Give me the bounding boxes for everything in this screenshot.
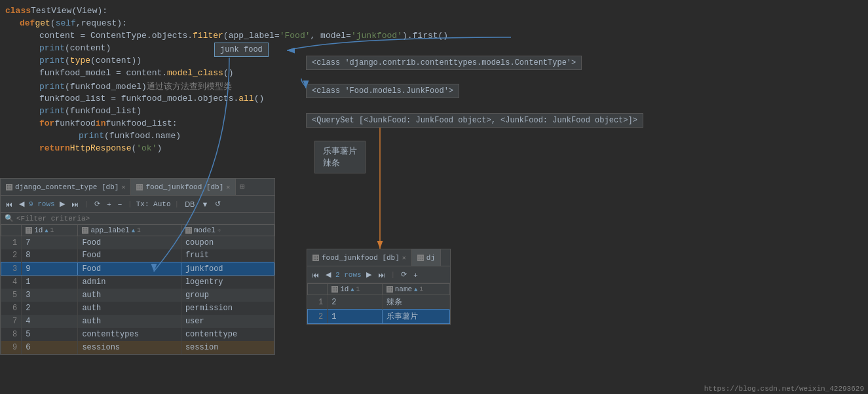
tab-food-junkfood[interactable]: food_junkfood [db] ✕ bbox=[131, 179, 236, 195]
jf-col-icon-name bbox=[387, 286, 393, 293]
row-num: 8 bbox=[1, 328, 22, 341]
row-num: 6 bbox=[1, 302, 22, 315]
row-num: 2 bbox=[308, 310, 328, 324]
jf-th-name[interactable]: name 1 bbox=[382, 284, 449, 295]
cell-app-label: auth bbox=[78, 289, 181, 302]
code-line-1: class TestView ( View ): bbox=[0, 5, 868, 18]
tooltip-contenttype: <class 'django.contrib.contenttypes.mode… bbox=[306, 56, 582, 70]
db-panel-content-type: django_content_type [db] ✕ food_junkfood… bbox=[0, 178, 275, 355]
col-icon-id bbox=[26, 227, 32, 234]
cell-app-label: auth bbox=[78, 315, 181, 328]
more-tabs-icon[interactable]: ⊞ bbox=[240, 182, 244, 192]
tooltip-junkfood: junk food bbox=[214, 43, 269, 57]
code-line-11: print (funkfood.name) bbox=[0, 130, 868, 143]
p2-add-btn[interactable]: + bbox=[411, 270, 419, 279]
cell-id: 9 bbox=[22, 262, 78, 276]
delete-btn[interactable]: − bbox=[116, 200, 124, 209]
col-icon-app bbox=[82, 227, 88, 234]
p2-first-btn[interactable]: ⏮ bbox=[310, 270, 321, 279]
cell-app-label: auth bbox=[78, 302, 181, 315]
jf-th-id[interactable]: id 1 bbox=[328, 284, 383, 295]
th-id[interactable]: id 1 bbox=[22, 225, 78, 236]
table-row[interactable]: 2 1 乐事薯片 bbox=[308, 310, 450, 324]
output-box: 乐事薯片 辣条 bbox=[314, 141, 366, 173]
code-line-12: return HttpResponse ( 'ok' ) bbox=[0, 143, 868, 155]
table-header-row: id 1 app_label 1 mod bbox=[1, 225, 274, 236]
add-btn[interactable]: + bbox=[105, 200, 113, 209]
table-icon bbox=[6, 184, 12, 190]
first-btn[interactable]: ⏮ bbox=[3, 200, 14, 209]
cell-jf-id: 2 bbox=[328, 295, 383, 310]
table-icon-3 bbox=[312, 255, 319, 261]
cell-id: 8 bbox=[22, 249, 78, 262]
row-num: 3 bbox=[1, 262, 22, 276]
tooltip-queryset: <QuerySet [<JunkFood: JunkFood object>, … bbox=[306, 113, 643, 128]
db2-toolbar: ⏮ ◀ 2 rows ▶ ⏭ | ⟳ + bbox=[307, 266, 450, 283]
table-row[interactable]: 1 7 Food coupon bbox=[1, 236, 274, 249]
db-panel2-tabs[interactable]: food_junkfood [db] ✕ dj bbox=[307, 249, 450, 266]
cell-id: 5 bbox=[22, 328, 78, 341]
th-model[interactable]: model bbox=[181, 225, 274, 236]
cell-model: junkfood bbox=[181, 262, 274, 276]
table-row[interactable]: 1 2 辣条 bbox=[308, 295, 450, 310]
cell-model: contenttype bbox=[181, 328, 274, 341]
row-num: 5 bbox=[1, 289, 22, 302]
code-line-4: print (content) bbox=[0, 43, 868, 55]
cell-id: 4 bbox=[22, 315, 78, 328]
junkfood-table: id 1 name 1 1 2 辣条 bbox=[307, 283, 450, 324]
cell-app-label: Food bbox=[78, 249, 181, 262]
cell-id: 3 bbox=[22, 289, 78, 302]
p2-refresh-btn[interactable]: ⟳ bbox=[399, 270, 409, 279]
th-app-label[interactable]: app_label 1 bbox=[78, 225, 181, 236]
db-panel-junkfood: food_junkfood [db] ✕ dj ⏮ ◀ 2 rows ▶ ⏭ |… bbox=[307, 249, 451, 325]
cell-id: 2 bbox=[22, 302, 78, 315]
db-panel-tabs[interactable]: django_content_type [db] ✕ food_junkfood… bbox=[1, 179, 274, 196]
rollback-btn[interactable]: ↺ bbox=[213, 199, 223, 209]
table-row[interactable]: 7 4 auth user bbox=[1, 315, 274, 328]
cell-id: 1 bbox=[22, 276, 78, 289]
row-num: 9 bbox=[1, 341, 22, 354]
row-num: 1 bbox=[1, 236, 22, 249]
last-btn[interactable]: ⏭ bbox=[69, 200, 81, 209]
tab2-close-icon-2[interactable]: ✕ bbox=[402, 254, 406, 262]
commit-btn[interactable]: DB bbox=[183, 200, 197, 209]
row-num: 1 bbox=[308, 295, 328, 310]
cell-app-label: sessions bbox=[78, 341, 181, 354]
filter-row: 🔍 <Filter criteria> bbox=[1, 213, 274, 224]
table-row[interactable]: 4 1 admin logentry bbox=[1, 276, 274, 289]
p2-last-btn[interactable]: ⏭ bbox=[376, 270, 387, 279]
table-row[interactable]: 3 9 Food junkfood bbox=[1, 262, 274, 276]
cell-model: coupon bbox=[181, 236, 274, 249]
search-icon: 🔍 bbox=[5, 214, 14, 223]
cell-model: logentry bbox=[181, 276, 274, 289]
tab2-food-junkfood[interactable]: food_junkfood [db] ✕ bbox=[307, 249, 412, 266]
jf-th-rownum bbox=[308, 284, 328, 295]
table-row[interactable]: 9 6 sessions session bbox=[1, 341, 274, 354]
cell-model: fruit bbox=[181, 249, 274, 262]
tab2-close-icon[interactable]: ✕ bbox=[226, 183, 230, 191]
p2-prev-btn[interactable]: ◀ bbox=[324, 270, 333, 279]
cell-jf-name: 乐事薯片 bbox=[382, 310, 449, 324]
tab2-dj[interactable]: dj bbox=[412, 249, 441, 266]
prev-btn[interactable]: ◀ bbox=[17, 199, 26, 209]
tab-close-icon[interactable]: ✕ bbox=[121, 183, 125, 191]
refresh-btn[interactable]: ⟳ bbox=[92, 199, 102, 209]
next-btn[interactable]: ▶ bbox=[58, 199, 67, 209]
tab-django-content-type[interactable]: django_content_type [db] ✕ bbox=[1, 179, 131, 195]
table-row[interactable]: 8 5 contenttypes contenttype bbox=[1, 328, 274, 341]
db-toolbar: ⏮ ◀ 9 rows ▶ ⏭ | ⟳ + − | Tx: Auto | DB ▼… bbox=[1, 196, 274, 213]
table-row[interactable]: 6 2 auth permission bbox=[1, 302, 274, 315]
cell-app-label: admin bbox=[78, 276, 181, 289]
table-row[interactable]: 5 3 auth group bbox=[1, 289, 274, 302]
cell-model: user bbox=[181, 315, 274, 328]
code-line-3: content = ContentType.objects. filter ( … bbox=[0, 30, 868, 43]
content-type-table: id 1 app_label 1 mod bbox=[1, 224, 274, 354]
row-num: 7 bbox=[1, 315, 22, 328]
cell-app-label: Food bbox=[78, 262, 181, 276]
p2-next-btn[interactable]: ▶ bbox=[364, 270, 373, 279]
cell-model: permission bbox=[181, 302, 274, 315]
table-row[interactable]: 2 8 Food fruit bbox=[1, 249, 274, 262]
row-num: 2 bbox=[1, 249, 22, 262]
cell-model: group bbox=[181, 289, 274, 302]
down-btn[interactable]: ▼ bbox=[199, 200, 210, 209]
